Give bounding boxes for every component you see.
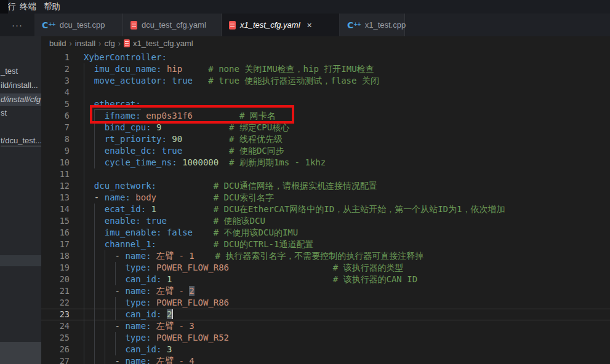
side-panel-item-3[interactable]: st — [0, 107, 41, 119]
code-segment: body — [135, 192, 156, 202]
code-segment: name: — [125, 356, 151, 364]
code-line-14[interactable]: 14 ecat_id: 1 # DCU在EtherCAT网络中的ID，从主站开始… — [41, 204, 610, 215]
breadcrumb-item-cfg[interactable]: cfg — [104, 39, 114, 48]
code-line-8[interactable]: 8 rt_priority: 90 # 线程优先级 — [41, 133, 610, 145]
breadcrumb-item-install[interactable]: install — [75, 39, 95, 48]
menu-items: 行终端帮助 — [8, 1, 64, 12]
line-number: 22 — [41, 297, 70, 309]
comment-text: # DCU索引名字 — [214, 192, 274, 202]
tab-dcu_test-cpp[interactable]: C++dcu_test.cpp — [34, 14, 123, 36]
comment-text: # 使能该DCU — [214, 216, 265, 226]
code-segment — [156, 181, 214, 191]
more-actions-icon[interactable]: ··· — [12, 20, 23, 30]
code-line-20[interactable]: 20 can_id: 1 # 该执行器的CAN ID — [41, 274, 610, 285]
code-text: - name: 左臂 - 3 — [84, 320, 195, 332]
code-text: can_id: 3 — [84, 344, 172, 355]
code-line-21[interactable]: 21 - name: 左臂 - 2 — [41, 285, 610, 297]
code-line-10[interactable]: 10 cycle_time_ns: 1000000 # 刷新周期1ms - 1k… — [41, 157, 610, 168]
code-segment — [84, 263, 125, 272]
side-panel-item-4[interactable]: t/dcu_test... — [0, 135, 41, 147]
line-number: 19 — [41, 262, 70, 274]
code-segment — [141, 216, 146, 226]
code-line-11[interactable]: 11 — [41, 168, 610, 180]
side-panel-item-1[interactable]: ild/install... — [0, 79, 41, 92]
code-line-5[interactable]: 5 ethercat: — [41, 98, 610, 110]
cpp-file-icon: C++ — [347, 20, 361, 30]
code-line-13[interactable]: 13 - name: body # DCU索引名字 — [41, 192, 610, 204]
code-segment — [156, 192, 214, 202]
line-number: 17 — [41, 239, 70, 250]
code-line-12[interactable]: 12 dcu_network: # DCU通信网络，请根据实机连接情况配置 — [41, 180, 610, 192]
tabs-container: C++dcu_test.cppdcu_test_cfg.yamlx1_test_… — [34, 14, 405, 36]
code-segment: enp0s31f6 — [146, 111, 193, 121]
code-segment — [84, 146, 105, 156]
code-segment — [84, 76, 94, 85]
code-segment: imu_enable: — [105, 228, 162, 237]
code-line-7[interactable]: 7 bind_cpu: 9 # 绑定CPU核心 — [41, 122, 610, 133]
breadcrumb-item-build[interactable]: build — [49, 39, 66, 48]
code-text: ifname: enp0s31f6 # 网卡名 — [84, 110, 276, 122]
code-line-26[interactable]: 26 can_id: 3 — [41, 344, 610, 355]
code-line-1[interactable]: 1XyberController: — [41, 52, 610, 63]
code-line-9[interactable]: 9 enable_dc: true # 使能DC同步 — [41, 145, 610, 157]
side-panel: _testild/install...d/install/cfgstt/dcu_… — [0, 36, 41, 364]
comment-text: # none 关闭IMU检查，hip 打开IMU检查 — [208, 64, 374, 74]
tab-label: x1_test_cfg.yaml — [240, 20, 300, 30]
code-segment — [177, 157, 182, 167]
code-segment — [182, 134, 229, 144]
code-segment — [156, 239, 214, 249]
code-line-16[interactable]: 16 imu_enable: false # 不使用该DCU的IMU — [41, 227, 610, 239]
comment-text: # 线程优先级 — [229, 134, 283, 144]
code-segment: 90 — [172, 134, 182, 144]
code-segment: - — [94, 192, 105, 202]
cpp-file-icon: C++ — [42, 20, 55, 30]
code-line-24[interactable]: 24 - name: 左臂 - 3 — [41, 320, 610, 332]
side-panel-item-2[interactable]: d/install/cfg — [0, 93, 41, 106]
code-segment: ethercat: — [94, 99, 141, 109]
code-line-3[interactable]: 3 move_actuator: true # true 使能执行器运动测试，f… — [41, 75, 610, 87]
code-line-15[interactable]: 15 enable: true # 使能该DCU — [41, 215, 610, 227]
breadcrumb-separator: › — [66, 39, 74, 48]
code-line-27[interactable]: 27 - name: 左臂 - 4 — [41, 355, 610, 364]
code-line-18[interactable]: 18 - name: 左臂 - 1 # 执行器索引名字，不需要控制的执行器可直接… — [41, 250, 610, 262]
code-text: ethercat: — [84, 98, 141, 110]
line-number: 11 — [41, 168, 70, 180]
line-number: 16 — [41, 227, 70, 239]
code-segment: hip — [167, 64, 182, 74]
menu-item-0[interactable]: 行 — [8, 1, 16, 12]
code-line-22[interactable]: 22 type: POWER_FLOW_R86 — [41, 297, 610, 309]
side-panel-item-label: ild/install... — [1, 81, 38, 90]
comment-text: # DCU的CTRL-1通道配置 — [214, 239, 314, 249]
close-icon[interactable]: × — [307, 21, 312, 30]
breadcrumb-file[interactable]: x1_test_cfg.yaml — [124, 39, 193, 48]
code-line-23[interactable]: 23 can_id: 2 — [41, 309, 610, 320]
code-line-6[interactable]: 6 ifname: enp0s31f6 # 网卡名 — [41, 110, 610, 122]
code-line-4[interactable]: 4 — [41, 87, 610, 98]
code-segment: 左臂 - 1 — [156, 251, 195, 261]
tab-x1_test-cpp[interactable]: C++x1_test.cpp — [340, 14, 405, 36]
code-segment — [161, 309, 166, 319]
code-segment: 左臂 - 3 — [156, 321, 195, 331]
side-panel-highlight-bar[interactable] — [0, 255, 41, 266]
breadcrumb-items: build›install›cfg› — [49, 39, 124, 48]
menu-bar: 行终端帮助 — [0, 0, 610, 14]
code-line-2[interactable]: 2 imu_dcu_name: hip # none 关闭IMU检查，hip 打… — [41, 63, 610, 75]
tab-dcu_test_cfg-yaml[interactable]: dcu_test_cfg.yaml — [123, 14, 222, 36]
code-line-17[interactable]: 17 channel_1: # DCU的CTRL-1通道配置 — [41, 239, 610, 250]
code-segment — [84, 274, 125, 284]
code-segment — [84, 134, 105, 144]
menu-item-2[interactable]: 帮助 — [40, 1, 64, 12]
code-segment — [151, 286, 156, 296]
side-panel-item-label: t/dcu_test... — [1, 136, 41, 146]
code-segment: enable: — [105, 216, 141, 226]
code-line-25[interactable]: 25 type: POWER_FLOW_R52 — [41, 332, 610, 344]
tab-x1_test_cfg-yaml[interactable]: x1_test_cfg.yaml× — [222, 14, 340, 36]
side-panel-item-0[interactable]: _test — [0, 65, 41, 77]
code-text: type: POWER_FLOW_R86 — [84, 297, 229, 309]
code-segment: - — [115, 321, 126, 331]
side-panel-item-label: d/install/cfg — [1, 95, 41, 104]
code-segment — [84, 309, 125, 319]
code-segment — [84, 122, 105, 132]
menu-item-1[interactable]: 终端 — [16, 1, 40, 12]
code-line-19[interactable]: 19 type: POWER_FLOW_R86 # 该执行器的类型 — [41, 262, 610, 274]
